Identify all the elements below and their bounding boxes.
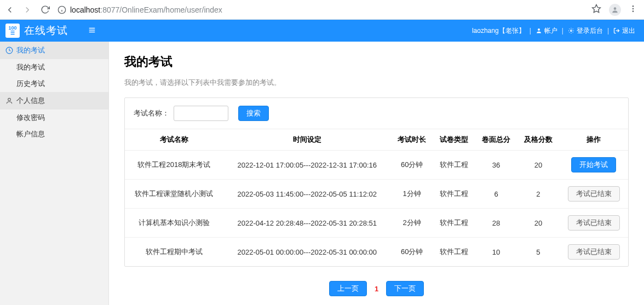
svg-marker-3: [593, 5, 601, 13]
exam-table: 考试名称时间设定考试时长试卷类型卷面总分及格分数操作 软件工程2018期末考试2…: [125, 129, 628, 266]
table-cell: 软件工程2018期末考试: [125, 151, 223, 180]
exam-panel: 考试名称： 搜索 考试名称时间设定考试时长试卷类型卷面总分及格分数操作 软件工程…: [124, 97, 629, 267]
table-cell: 软件工程: [433, 209, 475, 238]
table-cell: 软件工程: [433, 151, 475, 180]
paginator: 上一页 1 下一页: [124, 281, 629, 296]
table-cell: 1分钟: [391, 180, 433, 209]
column-header: 试卷类型: [433, 129, 475, 151]
sidebar-item[interactable]: 修改密码: [0, 110, 108, 126]
table-cell: 20: [517, 151, 559, 180]
page-subtitle: 我的考试，请选择以下列表中我需要参加的考试。: [124, 78, 629, 88]
action-cell: 开始考试: [559, 151, 628, 180]
column-header: 操作: [559, 129, 628, 151]
action-cell: 考试已结束: [559, 238, 628, 267]
exam-ended-button[interactable]: 考试已结束: [568, 215, 620, 231]
app-header: 100☰ 在线考试 laozhang【老张】 | 帐户 | 登录后台 | 退出: [0, 20, 644, 42]
current-page: 1: [375, 285, 378, 293]
sidebar-item[interactable]: 历史考试: [0, 76, 108, 92]
browser-chrome: localhost:8077/OnlineExam/home/user/inde…: [0, 0, 644, 20]
reload-button[interactable]: [39, 4, 50, 15]
next-page-button[interactable]: 下一页: [386, 281, 424, 296]
column-header: 及格分数: [517, 129, 559, 151]
table-cell: 软件工程课堂随机小测试: [125, 180, 223, 209]
sidebar-toggle[interactable]: [88, 26, 96, 36]
backend-link-label: 登录后台: [577, 26, 603, 36]
site-info-icon: [57, 5, 67, 15]
table-cell: 6: [475, 180, 518, 209]
bookmark-icon[interactable]: [591, 4, 601, 15]
table-cell: 软件工程: [433, 238, 475, 267]
profile-avatar[interactable]: [609, 4, 621, 16]
clock-icon: [5, 47, 13, 54]
table-cell: 2022-05-03 11:45:00---2022-05-05 11:12:0…: [223, 180, 391, 209]
logout-link[interactable]: 退出: [613, 26, 635, 36]
table-cell: 60分钟: [391, 238, 433, 267]
account-link-label: 帐户: [544, 26, 557, 36]
table-cell: 软件工程: [433, 180, 475, 209]
prev-page-button[interactable]: 上一页: [329, 281, 367, 296]
exam-ended-button[interactable]: 考试已结束: [568, 186, 620, 202]
nav-group-my-exam[interactable]: 我的考试: [0, 42, 108, 59]
table-cell: 2022-04-12 20:28:48---2022-05-31 20:28:5…: [223, 209, 391, 238]
table-row: 软件工程2018期末考试2022-12-01 17:00:05---2022-1…: [125, 151, 628, 180]
svg-point-6: [633, 8, 634, 10]
main-content: 我的考试 我的考试，请选择以下列表中我需要参加的考试。 考试名称： 搜索 考试名…: [109, 42, 644, 305]
logout-link-label: 退出: [622, 26, 635, 36]
backend-link[interactable]: 登录后台: [568, 26, 603, 36]
nav-group-label: 个人信息: [16, 96, 45, 106]
table-cell: 36: [475, 151, 518, 180]
user-info: laozhang【老张】: [472, 26, 525, 36]
page-title: 我的考试: [124, 54, 629, 70]
svg-point-12: [570, 30, 572, 32]
table-cell: 软件工程期中考试: [125, 238, 223, 267]
table-row: 软件工程课堂随机小测试2022-05-03 11:45:00---2022-05…: [125, 180, 628, 209]
sidebar-item[interactable]: 帐户信息: [0, 126, 108, 142]
svg-point-15: [8, 98, 11, 101]
table-cell: 2分钟: [391, 209, 433, 238]
search-input[interactable]: [174, 106, 228, 121]
kebab-menu-icon[interactable]: [629, 4, 637, 15]
table-cell: 计算机基本知识小测验: [125, 209, 223, 238]
table-cell: 2: [517, 180, 559, 209]
sidebar-item[interactable]: 我的考试: [0, 59, 108, 76]
column-header: 卷面总分: [475, 129, 518, 151]
account-link[interactable]: 帐户: [536, 26, 557, 36]
column-header: 时间设定: [223, 129, 391, 151]
address-bar[interactable]: localhost:8077/OnlineExam/home/user/inde…: [57, 5, 585, 15]
nav-group-personal[interactable]: 个人信息: [0, 92, 108, 110]
table-cell: 60分钟: [391, 151, 433, 180]
sidebar: 我的考试 我的考试历史考试 个人信息 修改密码帐户信息: [0, 42, 109, 305]
search-button[interactable]: 搜索: [238, 106, 269, 121]
nav-group-label: 我的考试: [16, 45, 45, 55]
user-icon: [5, 97, 13, 105]
app-logo: 100☰: [5, 24, 20, 38]
table-cell: 28: [475, 209, 518, 238]
start-exam-button[interactable]: 开始考试: [571, 157, 616, 172]
table-cell: 2022-12-01 17:00:05---2022-12-31 17:00:1…: [223, 151, 391, 180]
table-cell: 10: [475, 238, 518, 267]
action-cell: 考试已结束: [559, 209, 628, 238]
table-cell: 20: [517, 209, 559, 238]
svg-point-7: [633, 10, 634, 12]
svg-point-4: [614, 7, 617, 10]
table-row: 计算机基本知识小测验2022-04-12 20:28:48---2022-05-…: [125, 209, 628, 238]
column-header: 考试名称: [125, 129, 223, 151]
svg-point-5: [633, 5, 634, 7]
forward-button[interactable]: [22, 4, 33, 15]
table-cell: 5: [517, 238, 559, 267]
column-header: 考试时长: [391, 129, 433, 151]
svg-point-11: [538, 28, 540, 31]
table-cell: 2022-05-01 00:00:00---2022-05-31 00:00:0…: [223, 238, 391, 267]
app-title: 在线考试: [24, 24, 68, 38]
exam-ended-button[interactable]: 考试已结束: [568, 244, 620, 260]
search-label: 考试名称：: [134, 108, 169, 118]
action-cell: 考试已结束: [559, 180, 628, 209]
url-text: localhost:8077/OnlineExam/home/user/inde…: [70, 5, 222, 14]
back-button[interactable]: [4, 4, 15, 15]
table-row: 软件工程期中考试2022-05-01 00:00:00---2022-05-31…: [125, 238, 628, 267]
